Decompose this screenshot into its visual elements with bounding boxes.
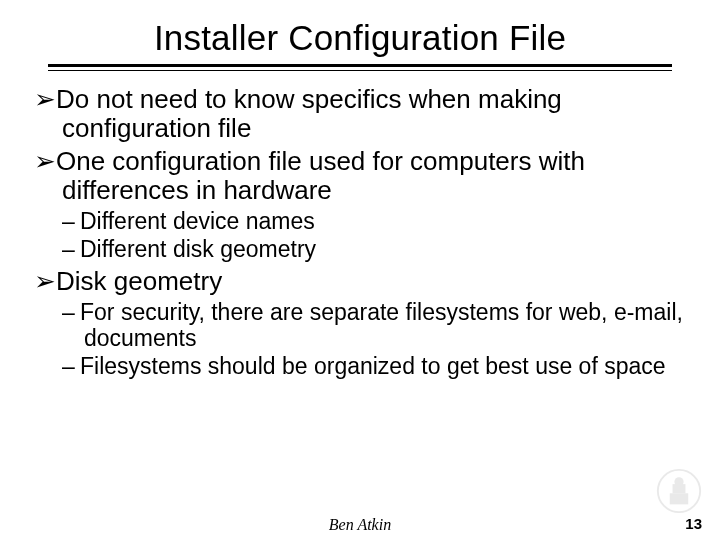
svg-point-3 [674,477,683,486]
dash-bullet-icon: – [62,354,80,380]
sub-bullet-text: Different device names [80,208,315,234]
slide: Installer Configuration File ➢Do not nee… [0,0,720,540]
slide-title: Installer Configuration File [28,18,692,58]
bullet-item: ➢Disk geometry [34,267,686,296]
sub-bullet-text: For security, there are separate filesys… [80,299,683,351]
sub-bullet-item: –Different device names [62,209,686,235]
sub-bullet-item: –Filesystems should be organized to get … [62,354,686,380]
sub-bullet-text: Different disk geometry [80,236,316,262]
dash-bullet-icon: – [62,300,80,326]
svg-rect-1 [670,493,688,504]
footer-author: Ben Atkin [0,516,720,534]
bullet-text: One configuration file used for computer… [56,146,585,205]
arrow-bullet-icon: ➢ [34,147,56,176]
dash-bullet-icon: – [62,209,80,235]
sub-bullet-item: –Different disk geometry [62,237,686,263]
bullet-text: Disk geometry [56,266,222,296]
sub-bullet-text: Filesystems should be organized to get b… [80,353,666,379]
bullet-item: ➢One configuration file used for compute… [34,147,686,205]
decorative-logo-icon [656,468,702,514]
dash-bullet-icon: – [62,237,80,263]
slide-body: ➢Do not need to know specifics when maki… [28,85,692,379]
arrow-bullet-icon: ➢ [34,85,56,114]
divider-thick [48,64,672,67]
footer-page-number: 13 [685,515,702,532]
arrow-bullet-icon: ➢ [34,267,56,296]
sub-bullet-item: –For security, there are separate filesy… [62,300,686,352]
divider-thin [48,70,672,71]
bullet-item: ➢Do not need to know specifics when maki… [34,85,686,143]
bullet-text: Do not need to know specifics when makin… [56,84,562,143]
